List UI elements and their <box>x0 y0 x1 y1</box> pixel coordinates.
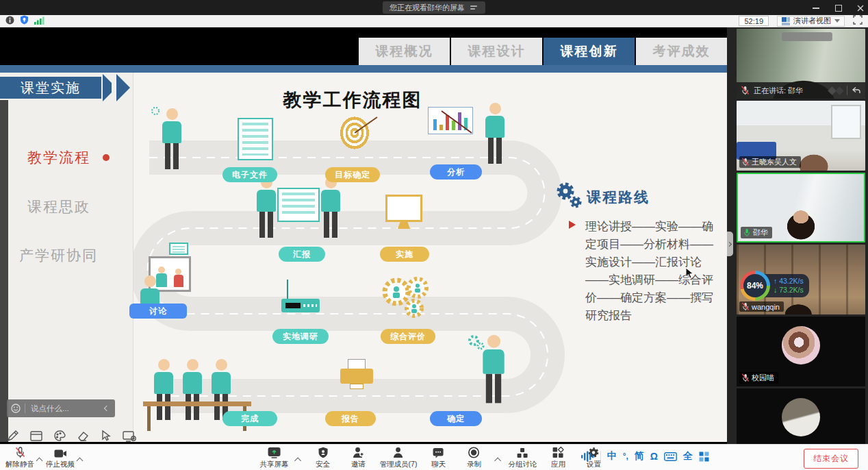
manage-members-label: 管理成员(7) <box>380 460 418 469</box>
active-dot <box>103 154 110 161</box>
invite-label: 邀请 <box>351 460 366 469</box>
ime-punctuation[interactable]: °, <box>623 452 628 461</box>
participant-name: 邵华 <box>753 227 768 238</box>
video-tile-active-speaker[interactable]: 邵华 <box>737 173 865 243</box>
record-label: 录制 <box>467 460 481 469</box>
palette-icon[interactable] <box>52 428 67 442</box>
route-text: 理论讲授——实验——确定项目——分析材料——实施设计——汇报讨论——实地调研——… <box>585 218 717 325</box>
stop-video-button[interactable]: 停止视频 <box>46 447 75 469</box>
flow-step: 电子文件 <box>222 167 277 182</box>
ime-simplified[interactable]: 简 <box>635 450 644 462</box>
screen-annotation-icon[interactable] <box>122 428 137 442</box>
tab-course-innovation[interactable]: 课程创新 <box>544 38 635 65</box>
banner-menu-icon[interactable] <box>470 3 481 12</box>
chevron-down-icon <box>834 19 840 23</box>
person-figure <box>161 108 183 169</box>
keyboard-icon[interactable] <box>664 452 677 461</box>
whiteboard-icon[interactable] <box>29 428 44 442</box>
sidebar-item-industry-collab[interactable]: 产学研协同 <box>19 246 98 265</box>
unmute-button[interactable]: 解除静音 <box>5 447 34 469</box>
video-tile-speaker[interactable]: 正在讲话: 邵华 <box>737 29 865 99</box>
chat-icon <box>433 447 444 458</box>
meeting-window: 您正在观看邵华的屏幕 52:19 <box>0 0 868 470</box>
collapse-chevron-icon[interactable] <box>104 406 110 411</box>
reply-arrow-icon[interactable] <box>852 86 861 95</box>
tab-course-overview[interactable]: 课程概况 <box>359 38 450 65</box>
upload-arrow-icon: ↑ <box>774 277 777 285</box>
security-button[interactable]: 安全 <box>309 447 337 469</box>
tab-course-design[interactable]: 课程设计 <box>451 38 542 65</box>
flowchart-canvas: 教学工作流程图 <box>133 73 727 442</box>
record-button[interactable]: 录制 <box>459 447 488 469</box>
sidebar-item-course-ideology[interactable]: 课程思政 <box>27 197 90 217</box>
invite-button[interactable]: 邀请 <box>344 447 373 469</box>
annotation-toolbar <box>5 428 137 442</box>
video-tile[interactable]: 王晓东吴人文 <box>737 101 865 171</box>
breakout-rooms-button[interactable]: 分组讨论 <box>508 447 537 469</box>
cursor-select-icon[interactable] <box>99 428 114 442</box>
end-meeting-button[interactable]: 结束会议 <box>804 449 858 469</box>
meeting-timer: 52:19 <box>739 16 769 26</box>
video-tile[interactable] <box>737 388 865 444</box>
person-figure <box>320 177 342 238</box>
apps-label: 应用 <box>551 460 565 469</box>
sidebar-edge-strip <box>0 100 8 442</box>
share-options-chevron[interactable] <box>294 458 301 465</box>
pencil-icon[interactable] <box>5 428 21 442</box>
layout-icon <box>782 17 790 25</box>
participant-label: 王晓东吴人文 <box>739 156 801 168</box>
divider <box>847 86 847 95</box>
restore-button[interactable] <box>834 3 842 12</box>
fullscreen-icon[interactable] <box>853 15 863 27</box>
manage-members-button[interactable]: 管理成员(7) <box>380 447 418 469</box>
close-button[interactable] <box>856 3 864 12</box>
ime-toolbar: 中 °, 简 Ω 全 <box>580 450 709 462</box>
flow-step: 报告 <box>325 411 376 426</box>
ime-mode[interactable]: 中 <box>607 450 617 462</box>
stop-video-label: 停止视频 <box>46 460 75 469</box>
meeting-info-icon[interactable] <box>5 15 14 27</box>
accent-bar <box>0 65 727 73</box>
participant-label: wangqin <box>739 301 784 312</box>
video-options-chevron[interactable] <box>77 458 84 465</box>
person-figure <box>255 177 277 238</box>
quick-chat-input[interactable]: 说点什么... <box>7 399 115 417</box>
ime-symbol[interactable]: Ω <box>650 451 658 462</box>
meeting-statusbar: 52:19 演讲者视图 <box>0 15 868 27</box>
panel-collapse-handle[interactable] <box>727 232 733 256</box>
share-screen-button[interactable]: 共享屏幕 <box>260 447 289 469</box>
chat-label: 聊天 <box>431 460 446 469</box>
chat-button[interactable]: 聊天 <box>424 447 452 469</box>
flow-step: 综合评价 <box>381 329 435 344</box>
apps-button[interactable]: 应用 <box>544 447 572 469</box>
video-tile[interactable]: 84% ↑ 43.2K/s ↓ 73.2K/s wangqin <box>737 245 865 314</box>
sidebar-item-teaching-process[interactable]: 教学流程 <box>27 148 90 167</box>
mic-muted-icon <box>14 447 26 458</box>
chart-frame-icon <box>428 107 473 134</box>
share-screen-label: 共享屏幕 <box>260 460 289 469</box>
network-signal-icon[interactable] <box>34 15 44 27</box>
meeting-toolbar: 解除静音 停止视频 共享屏幕 <box>0 444 868 470</box>
presentation-tabbar: 课程概况 课程设计 课程创新 考评成效 <box>0 27 727 65</box>
video-tile[interactable]: 校园喵 <box>737 317 865 386</box>
presentation-board-icon <box>277 188 320 222</box>
tab-evaluation[interactable]: 考评成效 <box>636 38 727 65</box>
view-mode-dropdown[interactable]: 演讲者视图 <box>777 16 845 27</box>
participant-label: 邵华 <box>741 227 772 238</box>
window-titlebar: 您正在观看邵华的屏幕 <box>0 0 868 15</box>
record-options-chevron[interactable] <box>494 458 501 465</box>
mic-options-chevron[interactable] <box>36 458 43 465</box>
person-icon <box>393 447 404 458</box>
flow-step: 汇报 <box>279 247 325 262</box>
voice-input-icon[interactable] <box>580 451 594 462</box>
eraser-icon[interactable] <box>75 428 90 442</box>
flow-step: 实地调研 <box>272 329 329 344</box>
security-shield-icon[interactable] <box>20 15 29 27</box>
ime-toolbox-icon[interactable] <box>699 452 709 462</box>
download-arrow-icon: ↓ <box>774 286 777 294</box>
document-icon <box>238 118 273 160</box>
ime-fullwidth[interactable]: 全 <box>683 450 693 462</box>
minimize-button[interactable] <box>812 3 820 12</box>
mic-muted-icon <box>741 158 750 166</box>
network-gauge-widget: 84% ↑ 43.2K/s ↓ 73.2K/s <box>740 271 809 301</box>
